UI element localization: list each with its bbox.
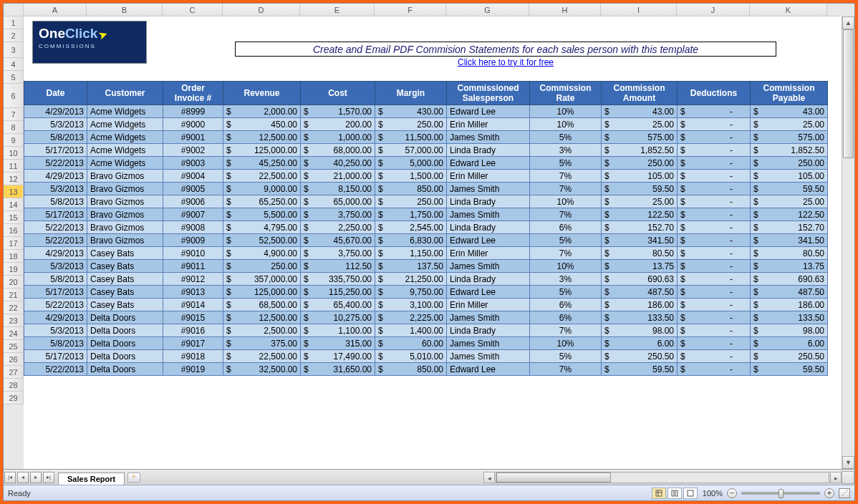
cell[interactable]: $1,100.00 — [301, 324, 375, 337]
cell[interactable]: $32,500.00 — [223, 363, 301, 376]
cell[interactable]: $6.00 — [602, 337, 678, 350]
cell[interactable]: Edward Lee — [447, 363, 530, 376]
cell[interactable]: $98.00 — [602, 324, 678, 337]
cell[interactable]: $4,900.00 — [223, 247, 301, 260]
hscroll-track[interactable] — [496, 472, 829, 483]
cell[interactable]: Casey Bats — [87, 286, 163, 299]
cell[interactable]: 5% — [530, 286, 602, 299]
cell[interactable]: 4/29/2013 — [24, 247, 87, 260]
cell[interactable]: $- — [678, 260, 751, 273]
cell[interactable]: #9006 — [163, 195, 223, 208]
cell[interactable]: $- — [678, 337, 751, 350]
row-header-7[interactable]: 7 — [4, 108, 24, 121]
col-header-K[interactable]: K — [750, 4, 827, 16]
cell[interactable]: $250.00 — [602, 157, 678, 170]
vscroll-thumb[interactable] — [843, 29, 854, 158]
cell[interactable]: $152.70 — [751, 221, 828, 234]
cell[interactable]: 5/22/2013 — [24, 221, 87, 234]
cell[interactable]: $25.00 — [751, 118, 828, 131]
cell[interactable]: Erin Miller — [447, 247, 530, 260]
grid-cells[interactable]: OneClick➤ COMMISSIONS Create and Email P… — [24, 16, 842, 469]
cell[interactable]: $13.75 — [602, 260, 678, 273]
row-header-11[interactable]: 11 — [4, 160, 24, 173]
cell[interactable]: $5,010.00 — [375, 350, 447, 363]
view-page-layout-button[interactable] — [667, 488, 682, 499]
cell[interactable]: $1,750.00 — [375, 208, 447, 221]
cell[interactable]: #9009 — [163, 234, 223, 247]
cell[interactable]: $250.00 — [375, 195, 447, 208]
cell[interactable]: $250.50 — [602, 350, 678, 363]
row-header-19[interactable]: 19 — [4, 263, 24, 276]
row-header-23[interactable]: 23 — [4, 314, 24, 327]
header-deductions[interactable]: Deductions — [678, 82, 751, 105]
sheet-tab-sales-report[interactable]: Sales Report — [58, 472, 125, 485]
zoom-slider[interactable] — [741, 492, 820, 495]
cell[interactable]: $59.50 — [751, 183, 828, 195]
table-row[interactable]: 5/8/2013Acme Widgets#9001$12,500.00$1,00… — [24, 131, 828, 144]
table-row[interactable]: 5/22/2013Casey Bats#9014$68,500.00$65,40… — [24, 299, 828, 311]
cell[interactable]: 5% — [530, 131, 602, 144]
cell[interactable]: $1,570.00 — [301, 105, 375, 118]
cell[interactable]: $- — [678, 105, 751, 118]
cell[interactable]: $125,000.00 — [223, 286, 301, 299]
cell[interactable]: 5/3/2013 — [24, 260, 87, 273]
header-commission-rate[interactable]: CommissionRate — [530, 82, 602, 105]
header-revenue[interactable]: Revenue — [223, 82, 301, 105]
row-header-24[interactable]: 24 — [4, 327, 24, 340]
cell[interactable]: $25.00 — [602, 195, 678, 208]
cell[interactable]: 5/8/2013 — [24, 337, 87, 350]
table-row[interactable]: 5/17/2013Delta Doors#9018$22,500.00$17,4… — [24, 350, 828, 363]
view-page-break-button[interactable] — [683, 488, 698, 499]
tab-nav-prev[interactable]: ◂ — [17, 472, 29, 483]
col-header-B[interactable]: B — [87, 4, 163, 16]
scroll-up-button[interactable]: ▲ — [842, 16, 854, 29]
row-header-4[interactable]: 4 — [4, 58, 24, 71]
cell[interactable]: $575.00 — [602, 131, 678, 144]
cell[interactable]: $186.00 — [751, 299, 828, 311]
cell[interactable]: $250.00 — [223, 260, 301, 273]
cell[interactable]: $2,000.00 — [223, 105, 301, 118]
cell[interactable]: $- — [678, 118, 751, 131]
cell[interactable]: 6% — [530, 311, 602, 324]
cell[interactable]: $98.00 — [751, 324, 828, 337]
cell[interactable]: $690.63 — [602, 273, 678, 286]
table-row[interactable]: 5/22/2013Delta Doors#9019$32,500.00$31,6… — [24, 363, 828, 376]
cell[interactable]: 5% — [530, 234, 602, 247]
cell[interactable]: $133.50 — [751, 311, 828, 324]
cell[interactable]: Casey Bats — [87, 273, 163, 286]
cell[interactable]: 7% — [530, 170, 602, 183]
table-row[interactable]: 4/29/2013Acme Widgets#8999$2,000.00$1,57… — [24, 105, 828, 118]
row-header-28[interactable]: 28 — [4, 379, 24, 392]
table-row[interactable]: 5/22/2013Bravo Gizmos#9008$4,795.00$2,25… — [24, 221, 828, 234]
cell[interactable]: 10% — [530, 337, 602, 350]
cell[interactable]: $60.00 — [375, 337, 447, 350]
cell[interactable]: $2,250.00 — [301, 221, 375, 234]
cell[interactable]: $40,250.00 — [301, 157, 375, 170]
cell[interactable]: $3,750.00 — [301, 247, 375, 260]
cell[interactable]: $22,500.00 — [223, 170, 301, 183]
cell[interactable]: 7% — [530, 247, 602, 260]
col-header-C[interactable]: C — [163, 4, 223, 16]
cell[interactable]: Edward Lee — [447, 234, 530, 247]
cell[interactable]: $68,000.00 — [301, 144, 375, 157]
cell[interactable]: $57,000.00 — [375, 144, 447, 157]
table-row[interactable]: 5/3/2013Acme Widgets#9000$450.00$200.00$… — [24, 118, 828, 131]
cell[interactable]: Casey Bats — [87, 260, 163, 273]
cell[interactable]: $80.50 — [602, 247, 678, 260]
cell[interactable]: #9018 — [163, 350, 223, 363]
cell[interactable]: Erin Miller — [447, 170, 530, 183]
cell[interactable]: Bravo Gizmos — [87, 234, 163, 247]
cell[interactable]: 5/22/2013 — [24, 234, 87, 247]
col-header-G[interactable]: G — [446, 4, 529, 16]
cell[interactable]: $1,150.00 — [375, 247, 447, 260]
row-header-29[interactable]: 29 — [4, 392, 24, 404]
cell[interactable]: $315.00 — [301, 337, 375, 350]
col-header-A[interactable]: A — [24, 4, 87, 16]
cell[interactable]: 5/8/2013 — [24, 273, 87, 286]
cell[interactable]: Delta Doors — [87, 363, 163, 376]
cell[interactable]: $850.00 — [375, 183, 447, 195]
row-header-1[interactable]: 1 — [4, 16, 24, 29]
cell[interactable]: 5/22/2013 — [24, 157, 87, 170]
cell[interactable]: Acme Widgets — [87, 144, 163, 157]
cell[interactable]: $25.00 — [751, 195, 828, 208]
